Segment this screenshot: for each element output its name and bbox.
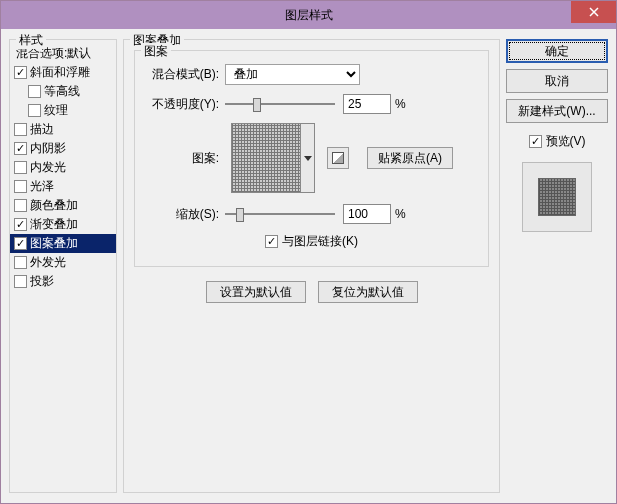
preview-box xyxy=(522,162,592,232)
style-item[interactable]: 内发光 xyxy=(10,158,116,177)
titlebar[interactable]: 图层样式 xyxy=(1,1,616,29)
ok-button[interactable]: 确定 xyxy=(506,39,608,63)
style-checkbox[interactable] xyxy=(14,256,27,269)
style-checkbox[interactable] xyxy=(14,218,27,231)
scale-slider[interactable] xyxy=(225,205,335,223)
style-item[interactable]: 斜面和浮雕 xyxy=(10,63,116,82)
link-row: 与图层链接(K) xyxy=(145,233,478,250)
style-label: 图案叠加 xyxy=(30,235,78,252)
opacity-row: 不透明度(Y): % xyxy=(145,93,478,115)
style-item[interactable]: 图案叠加 xyxy=(10,234,116,253)
style-label: 内阴影 xyxy=(30,140,66,157)
pattern-row: 图案: 贴紧原点(A) xyxy=(145,123,478,193)
styles-legend: 样式 xyxy=(16,32,46,49)
dialog-window: 图层样式 样式 混合选项:默认 斜面和浮雕等高线纹理描边内阴影内发光光泽颜色叠加… xyxy=(0,0,617,504)
style-label: 光泽 xyxy=(30,178,54,195)
style-item[interactable]: 描边 xyxy=(10,120,116,139)
style-checkbox[interactable] xyxy=(14,66,27,79)
right-panel: 确定 取消 新建样式(W)... 预览(V) xyxy=(506,39,608,493)
style-label: 描边 xyxy=(30,121,54,138)
preview-row: 预览(V) xyxy=(506,133,608,150)
style-item[interactable]: 渐变叠加 xyxy=(10,215,116,234)
styles-panel: 样式 混合选项:默认 斜面和浮雕等高线纹理描边内阴影内发光光泽颜色叠加渐变叠加图… xyxy=(9,39,117,493)
style-item[interactable]: 等高线 xyxy=(10,82,116,101)
new-preset-icon[interactable] xyxy=(327,147,349,169)
style-checkbox[interactable] xyxy=(14,161,27,174)
preview-checkbox[interactable] xyxy=(529,135,542,148)
style-label: 投影 xyxy=(30,273,54,290)
set-default-button[interactable]: 设置为默认值 xyxy=(206,281,306,303)
window-title: 图层样式 xyxy=(1,7,616,24)
reset-default-button[interactable]: 复位为默认值 xyxy=(318,281,418,303)
style-label: 渐变叠加 xyxy=(30,216,78,233)
style-item[interactable]: 外发光 xyxy=(10,253,116,272)
style-label: 等高线 xyxy=(44,83,80,100)
link-label: 与图层链接(K) xyxy=(282,233,358,250)
scale-label: 缩放(S): xyxy=(145,206,225,223)
slider-thumb[interactable] xyxy=(236,208,244,222)
slider-thumb[interactable] xyxy=(253,98,261,112)
cancel-button[interactable]: 取消 xyxy=(506,69,608,93)
scale-pct: % xyxy=(395,207,406,221)
snap-origin-button[interactable]: 贴紧原点(A) xyxy=(367,147,453,169)
blend-mode-select[interactable]: 叠加 xyxy=(225,64,360,85)
style-label: 纹理 xyxy=(44,102,68,119)
blend-mode-label: 混合模式(B): xyxy=(145,66,225,83)
style-item[interactable]: 纹理 xyxy=(10,101,116,120)
scale-row: 缩放(S): % xyxy=(145,203,478,225)
pattern-fieldset: 图案 混合模式(B): 叠加 不透明度(Y): xyxy=(134,50,489,267)
new-style-button[interactable]: 新建样式(W)... xyxy=(506,99,608,123)
link-checkbox[interactable] xyxy=(265,235,278,248)
style-item[interactable]: 颜色叠加 xyxy=(10,196,116,215)
style-label: 外发光 xyxy=(30,254,66,271)
style-item[interactable]: 内阴影 xyxy=(10,139,116,158)
style-checkbox[interactable] xyxy=(14,142,27,155)
opacity-pct: % xyxy=(395,97,406,111)
dialog-body: 样式 混合选项:默认 斜面和浮雕等高线纹理描边内阴影内发光光泽颜色叠加渐变叠加图… xyxy=(1,29,616,503)
styles-fieldset: 样式 混合选项:默认 斜面和浮雕等高线纹理描边内阴影内发光光泽颜色叠加渐变叠加图… xyxy=(9,39,117,493)
scale-input[interactable] xyxy=(343,204,391,224)
blend-mode-row: 混合模式(B): 叠加 xyxy=(145,63,478,85)
default-buttons-row: 设置为默认值 复位为默认值 xyxy=(134,281,489,303)
pattern-dropdown-button[interactable] xyxy=(301,123,315,193)
opacity-label: 不透明度(Y): xyxy=(145,96,225,113)
style-label: 内发光 xyxy=(30,159,66,176)
opacity-slider[interactable] xyxy=(225,95,335,113)
pattern-swatch[interactable] xyxy=(231,123,301,193)
style-checkbox[interactable] xyxy=(28,104,41,117)
style-checkbox[interactable] xyxy=(14,180,27,193)
close-button[interactable] xyxy=(571,1,616,23)
styles-list: 混合选项:默认 斜面和浮雕等高线纹理描边内阴影内发光光泽颜色叠加渐变叠加图案叠加… xyxy=(10,44,116,291)
style-item[interactable]: 光泽 xyxy=(10,177,116,196)
style-checkbox[interactable] xyxy=(14,199,27,212)
pattern-label: 图案: xyxy=(145,150,225,167)
style-checkbox[interactable] xyxy=(28,85,41,98)
style-checkbox[interactable] xyxy=(14,123,27,136)
center-panel: 图案叠加 图案 混合模式(B): 叠加 不透明度(Y): xyxy=(123,39,500,493)
opacity-input[interactable] xyxy=(343,94,391,114)
preview-label: 预览(V) xyxy=(546,133,586,150)
style-checkbox[interactable] xyxy=(14,275,27,288)
slider-track xyxy=(225,103,335,105)
style-checkbox[interactable] xyxy=(14,237,27,250)
pattern-overlay-fieldset: 图案叠加 图案 混合模式(B): 叠加 不透明度(Y): xyxy=(123,39,500,493)
close-icon xyxy=(589,7,599,17)
style-item[interactable]: 投影 xyxy=(10,272,116,291)
style-label: 斜面和浮雕 xyxy=(30,64,90,81)
preview-thumbnail xyxy=(538,178,576,216)
style-label: 颜色叠加 xyxy=(30,197,78,214)
pattern-legend: 图案 xyxy=(141,43,171,60)
